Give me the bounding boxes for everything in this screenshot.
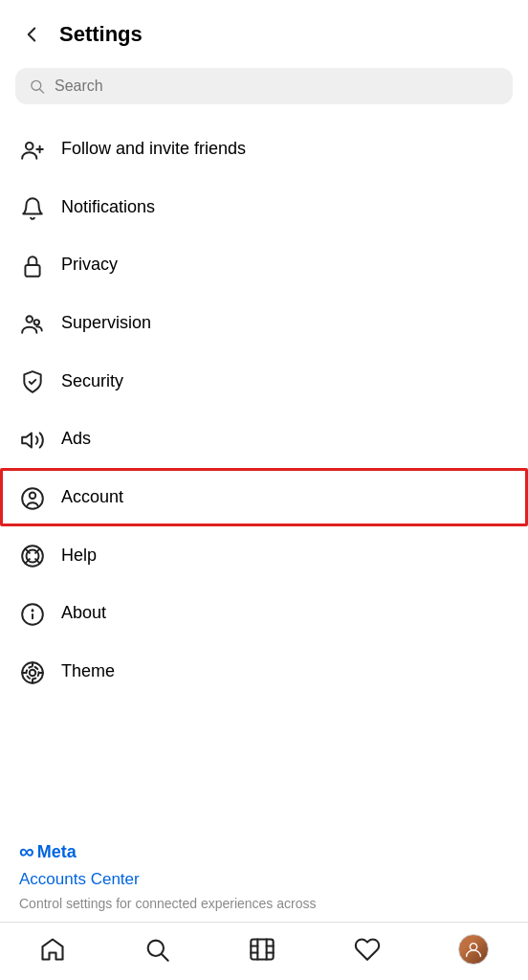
svg-point-10	[30, 492, 36, 499]
svg-line-24	[163, 954, 168, 960]
info-icon	[19, 599, 46, 627]
lock-icon	[19, 252, 46, 279]
sidebar-item-help[interactable]: Help	[0, 526, 528, 585]
page-title: Settings	[59, 22, 143, 47]
home-icon	[39, 936, 66, 963]
help-label: Help	[61, 546, 97, 566]
svg-point-32	[471, 944, 477, 950]
svg-rect-25	[251, 940, 273, 960]
bottom-nav	[0, 922, 528, 980]
sidebar-item-security[interactable]: Security	[0, 352, 528, 411]
heart-icon	[354, 936, 381, 963]
svg-point-21	[30, 670, 36, 677]
search-bar[interactable]	[15, 68, 513, 104]
meta-infinity-icon: ∞	[19, 839, 33, 864]
megaphone-icon	[19, 425, 46, 453]
nav-item-home[interactable]	[39, 936, 66, 963]
search-nav-icon	[143, 936, 170, 963]
supervision-icon	[19, 309, 46, 337]
theme-icon	[19, 657, 46, 685]
sidebar-item-account[interactable]: Account	[0, 468, 528, 526]
sidebar-item-theme[interactable]: Theme	[0, 642, 528, 701]
theme-label: Theme	[61, 661, 115, 681]
account-label: Account	[61, 487, 123, 507]
privacy-label: Privacy	[61, 255, 118, 275]
svg-point-7	[34, 320, 39, 324]
search-icon	[29, 78, 45, 95]
svg-point-22	[27, 666, 39, 679]
follow-icon	[19, 135, 46, 163]
security-label: Security	[61, 371, 123, 391]
account-icon	[19, 483, 46, 511]
supervision-label: Supervision	[61, 313, 151, 333]
notifications-label: Notifications	[61, 197, 155, 217]
back-icon	[19, 22, 44, 47]
meta-logo: ∞ Meta	[19, 839, 509, 864]
back-button[interactable]	[15, 17, 48, 51]
sidebar-item-privacy[interactable]: Privacy	[0, 236, 528, 295]
accounts-center-link[interactable]: Accounts Center	[19, 870, 509, 889]
svg-point-6	[27, 316, 33, 323]
nav-item-reels[interactable]	[249, 936, 275, 963]
shield-icon	[19, 368, 46, 395]
sidebar-item-follow[interactable]: Follow and invite friends	[0, 120, 528, 178]
follow-label: Follow and invite friends	[61, 139, 246, 159]
meta-description: Control settings for connected experienc…	[19, 895, 509, 914]
nav-item-likes[interactable]	[354, 936, 381, 963]
reels-icon	[249, 936, 275, 963]
sidebar-item-supervision[interactable]: Supervision	[0, 294, 528, 352]
meta-logo-text: Meta	[37, 842, 77, 862]
sidebar-item-ads[interactable]: Ads	[0, 410, 528, 468]
search-input[interactable]	[55, 78, 499, 95]
profile-avatar-icon	[463, 939, 484, 960]
ads-label: Ads	[61, 429, 91, 449]
bell-icon	[19, 193, 46, 221]
svg-marker-8	[22, 434, 32, 448]
nav-item-search[interactable]	[143, 936, 170, 963]
help-icon	[19, 542, 46, 569]
avatar	[458, 934, 489, 965]
svg-point-2	[26, 143, 33, 150]
nav-item-profile[interactable]	[458, 934, 489, 965]
svg-rect-5	[25, 265, 39, 277]
header: Settings	[0, 0, 528, 60]
meta-section: ∞ Meta Accounts Center Control settings …	[0, 824, 528, 922]
sidebar-item-about[interactable]: About	[0, 584, 528, 642]
svg-line-1	[40, 89, 44, 93]
sidebar-item-notifications[interactable]: Notifications	[0, 178, 528, 236]
about-label: About	[61, 603, 106, 623]
menu-list: Follow and invite friends Notifications …	[0, 120, 528, 824]
